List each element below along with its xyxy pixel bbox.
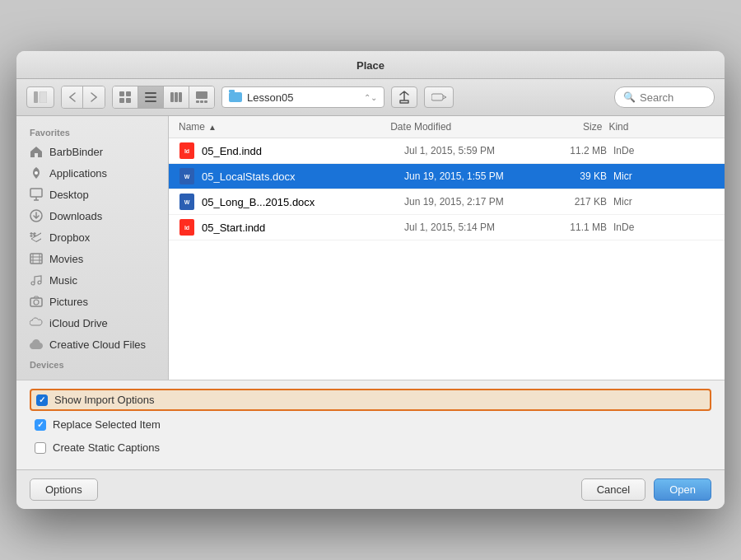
file-size: 39 KB bbox=[539, 170, 607, 182]
view-icon-button[interactable] bbox=[113, 86, 138, 108]
footer-right: Cancel Open bbox=[581, 478, 711, 501]
sidebar-label-icloud: iCloud Drive bbox=[49, 317, 108, 329]
file-size: 11.2 MB bbox=[539, 145, 607, 156]
col-kind-header[interactable]: Kind bbox=[602, 121, 715, 133]
file-name: 05_Long_B...2015.docx bbox=[202, 196, 404, 208]
back-button[interactable] bbox=[62, 86, 83, 108]
file-name: 05_End.indd bbox=[202, 145, 404, 157]
file-kind: Micr bbox=[607, 170, 715, 182]
file-icon-docx: W bbox=[179, 194, 195, 210]
sidebar-item-barbbinder[interactable]: BarbBinder bbox=[16, 141, 168, 162]
sidebar-label-downloads: Downloads bbox=[49, 210, 102, 222]
sidebar-item-movies[interactable]: Movies bbox=[16, 248, 168, 269]
file-row[interactable]: W 05_Long_B...2015.docx Jun 19, 2015, 2:… bbox=[169, 189, 725, 215]
file-list-header: Name ▲ Date Modified Size Kind bbox=[169, 116, 725, 138]
file-date: Jun 19, 2015, 1:55 PM bbox=[404, 170, 539, 182]
place-dialog: Place bbox=[16, 51, 725, 509]
sidebar-label-music: Music bbox=[49, 274, 77, 287]
view-gallery-button[interactable] bbox=[189, 86, 214, 108]
svg-rect-14 bbox=[200, 100, 203, 103]
open-button[interactable]: Open bbox=[654, 478, 711, 501]
search-bar: 🔍 bbox=[614, 86, 715, 108]
options-button[interactable]: Options bbox=[30, 478, 98, 501]
sidebar-toggle-button[interactable] bbox=[26, 86, 54, 108]
svg-rect-9 bbox=[170, 92, 174, 102]
devices-label: Devices bbox=[16, 355, 168, 373]
bottom-options: Show Import Options Replace Selected Ite… bbox=[16, 380, 725, 469]
tag-button[interactable] bbox=[424, 86, 454, 108]
dropbox-icon bbox=[30, 231, 43, 244]
dialog-title: Place bbox=[357, 59, 384, 72]
svg-rect-18 bbox=[30, 189, 42, 197]
col-name-header[interactable]: Name ▲ bbox=[179, 121, 390, 133]
sidebar-item-creative-cloud[interactable]: Creative Cloud Files bbox=[16, 334, 168, 355]
svg-rect-10 bbox=[175, 92, 178, 102]
file-browser: Name ▲ Date Modified Size Kind Id bbox=[169, 116, 725, 380]
file-row[interactable]: Id 05_End.indd Jul 1, 2015, 5:59 PM 11.2… bbox=[169, 138, 725, 164]
forward-button[interactable] bbox=[83, 86, 105, 108]
file-row[interactable]: W 05_LocalStats.docx Jun 19, 2015, 1:55 … bbox=[169, 164, 725, 189]
sort-arrow-icon: ▲ bbox=[208, 123, 217, 132]
file-size: 11.1 MB bbox=[539, 222, 607, 233]
svg-rect-2 bbox=[119, 91, 124, 96]
sidebar: Favorites BarbBinder Applications bbox=[16, 116, 169, 380]
content-area: Favorites BarbBinder Applications bbox=[16, 116, 725, 380]
sidebar-label-movies: Movies bbox=[49, 253, 83, 265]
nav-buttons bbox=[61, 86, 105, 109]
cancel-button[interactable]: Cancel bbox=[581, 478, 645, 501]
location-bar[interactable]: Lesson05 ⌃⌄ bbox=[221, 86, 384, 108]
view-toggle bbox=[112, 86, 215, 109]
svg-rect-20 bbox=[30, 254, 42, 264]
create-static-captions-row: Create Static Captions bbox=[30, 438, 711, 457]
create-static-captions-checkbox[interactable] bbox=[35, 442, 46, 454]
file-date: Jul 1, 2015, 5:14 PM bbox=[404, 222, 539, 233]
sidebar-label-applications: Applications bbox=[49, 167, 107, 180]
music-icon bbox=[30, 273, 43, 287]
show-import-options-label: Show Import Options bbox=[54, 394, 154, 406]
replace-selected-label: Replace Selected Item bbox=[53, 418, 161, 431]
col-size-header[interactable]: Size bbox=[532, 121, 603, 133]
replace-selected-checkbox[interactable] bbox=[35, 419, 46, 431]
svg-rect-13 bbox=[196, 100, 199, 103]
sidebar-item-pictures[interactable]: Pictures bbox=[16, 291, 168, 312]
camera-icon bbox=[30, 295, 43, 308]
file-name: 05_Start.indd bbox=[202, 222, 404, 234]
share-button[interactable] bbox=[391, 86, 417, 108]
file-row[interactable]: Id 05_Start.indd Jul 1, 2015, 5:14 PM 11… bbox=[169, 215, 725, 240]
film-icon bbox=[30, 252, 43, 265]
rocket-icon bbox=[30, 166, 43, 180]
location-chevron: ⌃⌄ bbox=[364, 93, 377, 102]
sidebar-item-icloud[interactable]: iCloud Drive bbox=[16, 312, 168, 334]
location-text: Lesson05 bbox=[247, 91, 359, 104]
show-import-options-row: Show Import Options bbox=[30, 389, 711, 411]
creative-cloud-icon bbox=[30, 338, 43, 351]
view-column-button[interactable] bbox=[164, 86, 189, 108]
file-icon-docx: W bbox=[179, 168, 195, 184]
sidebar-item-music[interactable]: Music bbox=[16, 269, 168, 291]
monitor-icon bbox=[30, 188, 43, 201]
show-import-options-checkbox[interactable] bbox=[36, 394, 48, 406]
sidebar-label-barbbinder: BarbBinder bbox=[49, 146, 103, 158]
svg-rect-0 bbox=[34, 91, 38, 103]
sidebar-item-downloads[interactable]: Downloads bbox=[16, 205, 168, 226]
download-icon bbox=[30, 209, 43, 222]
svg-rect-8 bbox=[145, 100, 156, 102]
sidebar-label-creative-cloud: Creative Cloud Files bbox=[49, 338, 146, 351]
footer: Options Cancel Open bbox=[16, 469, 725, 509]
view-list-button[interactable] bbox=[138, 86, 164, 108]
sidebar-item-applications[interactable]: Applications bbox=[16, 162, 168, 184]
svg-rect-12 bbox=[196, 91, 207, 99]
search-input[interactable] bbox=[640, 91, 706, 104]
cloud-icon bbox=[30, 316, 43, 329]
svg-point-17 bbox=[35, 171, 38, 175]
file-icon-indd: Id bbox=[179, 219, 195, 236]
favorites-label: Favorites bbox=[16, 123, 168, 141]
svg-rect-4 bbox=[119, 98, 124, 103]
sidebar-label-pictures: Pictures bbox=[49, 296, 88, 308]
svg-rect-7 bbox=[145, 96, 156, 98]
svg-rect-1 bbox=[40, 91, 47, 103]
create-static-captions-label: Create Static Captions bbox=[53, 441, 160, 454]
sidebar-item-dropbox[interactable]: Dropbox bbox=[16, 226, 168, 248]
sidebar-item-desktop[interactable]: Desktop bbox=[16, 184, 168, 205]
col-date-header[interactable]: Date Modified bbox=[390, 121, 531, 133]
